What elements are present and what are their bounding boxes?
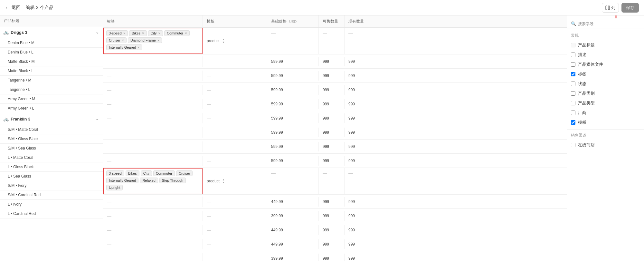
th-template: 模板 xyxy=(203,15,267,27)
driggs-template-cell[interactable]: product ▲ ▼ xyxy=(203,28,267,54)
td-template: — xyxy=(203,85,267,95)
list-item[interactable]: S/M • Ivory xyxy=(0,181,103,190)
tag-3speed-f[interactable]: 3-speed xyxy=(106,170,124,176)
tag-remove-icon[interactable]: × xyxy=(185,31,187,35)
table-row: — — 599.99 999 999 xyxy=(103,140,567,154)
checkbox-category[interactable]: 产品类别 xyxy=(567,89,644,98)
tag-remove-icon[interactable]: × xyxy=(122,38,124,42)
driggs-group-header[interactable]: 🚲 Driggs 3 ⌄ xyxy=(0,26,103,38)
save-button[interactable]: 保存 xyxy=(621,3,639,13)
page-title: 编辑 2 个产品 xyxy=(26,5,53,11)
list-item[interactable]: L • Ivory xyxy=(0,200,103,209)
tag-internally-geared[interactable]: Internally Geared × xyxy=(106,44,142,50)
checkbox-desc-label: 描述 xyxy=(578,52,586,58)
franklin-template-cell[interactable]: product ▲ ▼ xyxy=(203,168,267,194)
list-item[interactable]: Army Green • M xyxy=(0,94,103,104)
search-box: 🔍 xyxy=(567,19,644,28)
checkbox-template-input[interactable] xyxy=(571,120,575,125)
list-item[interactable]: Army Green • L xyxy=(0,104,103,113)
th-base-price-label: 基础价格 xyxy=(271,19,287,24)
list-item[interactable]: S/M • Gloss Black xyxy=(0,134,103,144)
tag-cruiser-f[interactable]: Cruiser xyxy=(176,170,193,176)
checkbox-title-input[interactable] xyxy=(571,43,575,47)
franklin-group-header[interactable]: 🚲 Franklin 3 ⌄ xyxy=(0,113,103,125)
tag-upright-f[interactable]: Upright xyxy=(106,185,123,190)
checkbox-media-input[interactable] xyxy=(571,62,575,67)
list-item[interactable]: L • Gloss Black xyxy=(0,162,103,172)
topbar-right: 列 保存 xyxy=(602,3,639,13)
tag-remove-icon[interactable]: × xyxy=(158,31,160,35)
td-tags: — xyxy=(103,56,203,67)
checkbox-vendor[interactable]: 厂商 xyxy=(567,108,644,118)
checkbox-template-option[interactable]: 模板 xyxy=(567,118,644,127)
td-template: — xyxy=(203,71,267,81)
th-tags: 标签 xyxy=(103,15,203,27)
checkbox-vendor-input[interactable] xyxy=(571,111,575,115)
tag-3speed[interactable]: 3-speed × xyxy=(106,30,128,36)
list-item[interactable]: L • Sea Glass xyxy=(0,172,103,181)
table-row: — — 599.99 999 999 xyxy=(103,54,567,69)
td-price: 599.99 xyxy=(267,57,319,66)
tag-remove-icon[interactable]: × xyxy=(137,45,139,49)
tag-commuter[interactable]: Commuter × xyxy=(164,30,190,36)
tag-bikes-f[interactable]: Bikes xyxy=(126,170,139,176)
checkbox-type-input[interactable] xyxy=(571,101,575,105)
tag-remove-icon[interactable]: × xyxy=(123,31,125,35)
td-current: 999 xyxy=(345,57,377,66)
tag-remove-icon[interactable]: × xyxy=(142,31,144,35)
columns-button[interactable]: 列 xyxy=(602,3,619,13)
product-title-col-label: 产品标题 xyxy=(4,18,19,24)
list-item[interactable]: Denim Blue • L xyxy=(0,48,103,57)
td-current: 999 xyxy=(345,156,377,166)
list-item[interactable]: Matte Black • M xyxy=(0,57,103,66)
franklin-tags-cell[interactable]: 3-speed Bikes City Commuter Cruiser Inte… xyxy=(103,168,203,194)
list-item[interactable]: Denim Blue • M xyxy=(0,38,103,48)
right-panel: 🔍 常规 产品标题 描述 产品媒体文件 标签 xyxy=(567,15,644,261)
tag-remove-icon[interactable]: × xyxy=(157,38,159,42)
svg-rect-1 xyxy=(608,6,610,10)
checkbox-store-input[interactable] xyxy=(571,143,575,147)
middle-area: 标签 模板 基础价格 USD 可售数量 现有数量 3-speed × Bikes… xyxy=(103,15,567,261)
checkbox-tags[interactable]: 标签 xyxy=(567,69,644,79)
tag-relaxed-f[interactable]: Relaxed xyxy=(140,178,158,183)
checkbox-tags-input[interactable] xyxy=(571,72,575,76)
checkbox-type[interactable]: 产品类型 xyxy=(567,98,644,108)
checkbox-status-input[interactable] xyxy=(571,82,575,86)
checkbox-category-input[interactable] xyxy=(571,91,575,96)
tag-city-f[interactable]: City xyxy=(141,170,152,176)
tag-step-through-f[interactable]: Step Through xyxy=(159,178,186,183)
list-item[interactable]: Matte Black • L xyxy=(0,66,103,76)
th-current: 现有数量 xyxy=(345,15,377,27)
list-item[interactable]: S/M • Sea Glass xyxy=(0,144,103,153)
list-item[interactable]: L • Cardinal Red xyxy=(0,209,103,218)
tag-diamond-frame[interactable]: Diamond Frame × xyxy=(128,37,162,43)
variant-name: Army Green • L xyxy=(8,106,34,111)
checkbox-store[interactable]: 在线商店 xyxy=(567,140,644,150)
variant-name: Matte Black • M xyxy=(8,59,35,64)
tag-bikes[interactable]: Bikes × xyxy=(129,30,147,36)
tag-commuter-f[interactable]: Commuter xyxy=(153,170,175,176)
driggs-tags-cell[interactable]: 3-speed × Bikes × City × Commuter × Crui… xyxy=(103,28,203,54)
tag-cruiser[interactable]: Cruiser × xyxy=(106,37,127,43)
back-button[interactable]: ← 返回 xyxy=(5,5,21,11)
checkbox-desc-input[interactable] xyxy=(571,53,575,57)
td-tags: — xyxy=(103,85,203,95)
td-avail: 999 xyxy=(319,57,345,66)
checkbox-category-label: 产品类别 xyxy=(578,91,595,96)
list-item[interactable]: Tangerine • M xyxy=(0,76,103,85)
td-price: 599.99 xyxy=(267,71,319,81)
checkbox-product-title[interactable]: 产品标题 xyxy=(567,40,644,50)
checkbox-media[interactable]: 产品媒体文件 xyxy=(567,60,644,69)
list-item[interactable]: S/M • Cardinal Red xyxy=(0,190,103,200)
variant-name: Army Green • M xyxy=(8,97,35,101)
checkbox-desc[interactable]: 描述 xyxy=(567,50,644,60)
list-item[interactable]: S/M • Matte Coral xyxy=(0,125,103,134)
list-item[interactable]: Tangerine • L xyxy=(0,85,103,94)
tag-internally-geared-f[interactable]: Internally Geared xyxy=(106,178,138,183)
checkbox-tags-label: 标签 xyxy=(578,71,586,77)
list-item[interactable]: L • Matte Coral xyxy=(0,153,103,162)
checkbox-status[interactable]: 状态 xyxy=(567,79,644,89)
search-input[interactable] xyxy=(578,22,640,26)
tag-city[interactable]: City × xyxy=(148,30,163,36)
td-template: — xyxy=(203,99,267,109)
